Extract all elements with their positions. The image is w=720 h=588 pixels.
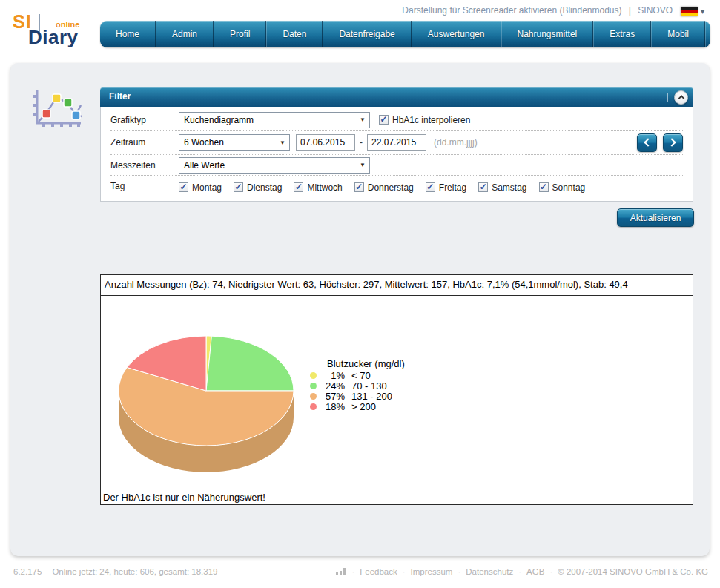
- footer-link-feedback[interactable]: Feedback: [360, 567, 397, 576]
- line-chart-icon: [30, 85, 85, 130]
- filter-header-divider: [667, 93, 668, 102]
- header-links: Darstellung für Screenreader aktivieren …: [402, 5, 673, 16]
- german-flag-icon: [681, 7, 698, 16]
- checkbox-icon: ✓: [179, 182, 188, 192]
- footer-links: ·Feedback·Impressum·Datenschutz·AGB·© 20…: [336, 567, 708, 576]
- chevron-down-icon: ▾: [701, 7, 704, 16]
- footer-status: 6.2.175 Online jetzt: 24, heute: 606, ge…: [13, 567, 218, 576]
- nav-tab-admin[interactable]: Admin: [156, 21, 214, 47]
- date-range-dash: -: [360, 137, 363, 148]
- legend-percent: 24%: [320, 380, 345, 392]
- app-window: SI Diary online Darstellung für Screenre…: [0, 0, 720, 588]
- day-checkbox-label: Mittwoch: [307, 182, 342, 193]
- day-checkbox-label: Sonntag: [552, 182, 586, 193]
- day-checkbox-mittwoch[interactable]: ✓Mittwoch: [294, 182, 342, 193]
- grafiktyp-select[interactable]: Kuchendiagramm ▼: [179, 112, 370, 128]
- screenreader-link[interactable]: Darstellung für Screenreader aktivieren …: [402, 5, 621, 16]
- date-format-hint: (dd.mm.jjjj): [434, 137, 478, 148]
- header-link-separator: |: [629, 5, 631, 16]
- messzeiten-selected-value: Alle Werte: [184, 160, 225, 171]
- footer-link-separator: ·: [351, 567, 354, 576]
- nav-tab-home[interactable]: Home: [100, 21, 156, 47]
- legend-range: 70 - 130: [351, 380, 387, 392]
- chart-legend: Blutzucker (mg/dl) 1%< 7024%70 - 13057%1…: [310, 358, 405, 412]
- checkbox-icon: ✓: [478, 182, 488, 192]
- zeitraum-selected-value: 6 Wochen: [184, 137, 224, 148]
- nav-tab-mobil[interactable]: Mobil: [651, 21, 705, 47]
- nav-tab-extras[interactable]: Extras: [593, 21, 651, 47]
- filter-row-grafiktyp: Grafiktyp Kuchendiagramm ▼ ✓ HbA1c inter…: [110, 110, 683, 131]
- zeitraum-label: Zeitraum: [110, 137, 179, 148]
- hba1c-checkbox[interactable]: ✓ HbA1c interpolieren: [379, 115, 470, 125]
- day-checkbox-sonntag[interactable]: ✓Sonntag: [539, 182, 586, 193]
- checkbox-icon: ✓: [539, 182, 549, 192]
- legend-row: 57%131 - 200: [310, 391, 405, 401]
- zeitraum-select[interactable]: 6 Wochen ▼: [179, 134, 290, 151]
- day-checkbox-label: Samstag: [492, 182, 526, 193]
- day-checkbox-dienstag[interactable]: ✓Dienstag: [234, 182, 282, 193]
- checkbox-icon: ✓: [294, 182, 303, 192]
- language-selector[interactable]: ▾: [681, 7, 704, 16]
- grafiktyp-selected-value: Kuchendiagramm: [184, 115, 254, 125]
- content-panel: Filter Grafiktyp Kuchendiagramm ▼ ✓ HbA1…: [10, 63, 710, 556]
- footer-link-agb[interactable]: AGB: [526, 567, 544, 576]
- legend-range: 131 - 200: [351, 391, 392, 402]
- day-checkbox-donnerstag[interactable]: ✓Donnerstag: [354, 182, 414, 193]
- legend-rows: 1%< 7024%70 - 13057%131 - 20018%> 200: [310, 370, 405, 412]
- next-period-button[interactable]: [663, 133, 683, 152]
- filter-panel: Filter Grafiktyp Kuchendiagramm ▼ ✓ HbA1…: [100, 87, 693, 202]
- legend-dot-icon: [310, 403, 317, 410]
- copyright-text: © 2007-2014 SINOVO GmbH & Co. KG: [558, 567, 708, 576]
- filter-title: Filter: [109, 91, 131, 102]
- date-to-input[interactable]: [367, 134, 426, 151]
- filter-body: Grafiktyp Kuchendiagramm ▼ ✓ HbA1c inter…: [100, 107, 693, 202]
- day-checkbox-samstag[interactable]: ✓Samstag: [478, 182, 526, 193]
- day-checkbox-freitag[interactable]: ✓Freitag: [426, 182, 466, 193]
- legend-title: Blutzucker (mg/dl): [327, 358, 405, 369]
- stats-bars-icon: [336, 568, 346, 575]
- grafiktyp-label: Grafiktyp: [110, 115, 179, 125]
- footer-link-datenschutz[interactable]: Datenschutz: [466, 567, 513, 576]
- footer-link-separator: ·: [549, 567, 552, 576]
- main-nav: HomeAdminProfilDatenDatenfreigabeAuswert…: [100, 21, 710, 47]
- legend-dot-icon: [310, 372, 317, 379]
- collapse-button[interactable]: [674, 90, 688, 105]
- hba1c-checkbox-label: HbA1c interpolieren: [392, 115, 470, 125]
- previous-period-button[interactable]: [637, 133, 657, 152]
- nav-tab-profil[interactable]: Profil: [214, 21, 266, 47]
- date-from-input[interactable]: [296, 134, 355, 151]
- nav-tab-auswertungen[interactable]: Auswertungen: [412, 21, 501, 47]
- legend-row: 18%> 200: [310, 401, 405, 412]
- chart-stats-line: Anzahl Messungen (Bz): 74, Niedrigster W…: [101, 275, 693, 296]
- footer-link-separator: ·: [403, 567, 406, 576]
- app-logo: SI Diary online: [11, 11, 99, 51]
- sinovo-link[interactable]: SINOVO: [638, 5, 673, 16]
- footer-link-separator: ·: [518, 567, 521, 576]
- legend-percent: 1%: [320, 370, 345, 381]
- day-checkbox-label: Freitag: [439, 182, 466, 193]
- dropdown-arrow-icon: ▼: [360, 162, 366, 168]
- tag-label: Tag: [110, 181, 179, 191]
- update-button[interactable]: Aktualisieren: [617, 208, 694, 227]
- legend-row: 1%< 70: [310, 370, 405, 380]
- nav-tab-daten[interactable]: Daten: [266, 21, 323, 47]
- online-stats: Online jetzt: 24, heute: 606, gesamt: 18…: [52, 567, 217, 576]
- checkbox-icon: ✓: [354, 182, 364, 192]
- nav-tab-logout[interactable]: Logout: [705, 21, 710, 47]
- day-checkbox-montag[interactable]: ✓Montag: [179, 182, 222, 193]
- chevron-up-icon: [678, 95, 684, 101]
- day-checkbox-group: ✓Montag✓Dienstag✓Mittwoch✓Donnerstag✓Fre…: [179, 179, 597, 193]
- chevron-right-icon: [667, 138, 676, 146]
- logo-online-text: online: [56, 20, 79, 29]
- checkbox-icon: ✓: [426, 182, 435, 192]
- footer-link-impressum[interactable]: Impressum: [411, 567, 453, 576]
- legend-percent: 57%: [320, 391, 345, 402]
- messzeiten-label: Messzeiten: [110, 160, 179, 171]
- filter-row-zeitraum: Zeitraum 6 Wochen ▼ - (dd.mm.jjjj): [110, 131, 683, 155]
- filter-row-tag: Tag ✓Montag✓Dienstag✓Mittwoch✓Donnerstag…: [110, 176, 683, 196]
- nav-tab-datenfreigabe[interactable]: Datenfreigabe: [323, 21, 411, 47]
- nav-tab-nahrungsmittel[interactable]: Nahrungsmittel: [501, 21, 594, 47]
- day-checkbox-label: Montag: [192, 182, 222, 193]
- pie-slice-1: [206, 336, 294, 391]
- messzeiten-select[interactable]: Alle Werte ▼: [179, 157, 370, 174]
